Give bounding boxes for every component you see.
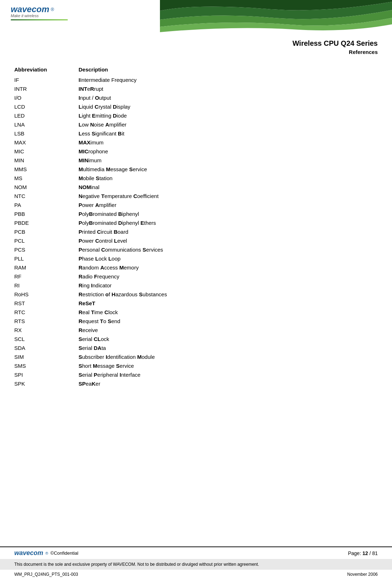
abbr-cell: MIN [14, 156, 79, 165]
table-row: SMSShort Message Service [14, 361, 378, 370]
desc-cell: Request To Send [79, 317, 378, 326]
footer-disclaimer: This document is the sole and exclusive … [0, 559, 392, 570]
table-row: NOMNOMinal [14, 183, 378, 192]
desc-cell: PolyBrominated Diphenyl Ethers [79, 218, 378, 227]
abbr-cell: RI [14, 281, 79, 290]
abbr-cell: RoHS [14, 290, 79, 299]
abbr-cell: LSB [14, 129, 79, 138]
table-row: PAPower Amplifier [14, 201, 378, 209]
desc-cell: PolyBrominated Biphenyl [79, 209, 378, 218]
desc-cell: Short Message Service [79, 361, 378, 370]
page-footer: wavecom ® ©Confidential Page: 12 / 81 Th… [0, 546, 392, 579]
table-row: SDASerial DAta [14, 343, 378, 352]
main-content: Abbreviation Description IFIIntermediate… [0, 55, 392, 388]
table-row: MINMINimum [14, 156, 378, 165]
table-row: NTCNegative Temperature Coefficient [14, 192, 378, 201]
table-row: SCLSerial CLock [14, 335, 378, 343]
abbr-cell: PLL [14, 254, 79, 263]
desc-cell: MICrophone [79, 147, 378, 156]
abbr-cell: MS [14, 174, 79, 183]
abbr-cell: RST [14, 299, 79, 308]
table-row: I/OInput / Output [14, 93, 378, 102]
abbr-cell: RAM [14, 263, 79, 272]
desc-cell: Printed Circuit Board [79, 227, 378, 236]
table-row: PLLPhase Lock Loop [14, 254, 378, 263]
table-row: SPISerial Peripheral Interface [14, 370, 378, 379]
footer-date: November 2006 [347, 572, 378, 577]
table-row: MSMobile Station [14, 174, 378, 183]
abbr-cell: SIM [14, 352, 79, 361]
desc-cell: INTeRrupt [79, 84, 378, 93]
abbr-cell: PCB [14, 227, 79, 236]
company-logo: wavecom ® Make it wireless [11, 4, 68, 20]
desc-cell: Personal Communications Services [79, 245, 378, 254]
abbr-cell: PCS [14, 245, 79, 254]
desc-cell: ReSeT [79, 299, 378, 308]
table-row: SIMSubscriber Identification Module [14, 352, 378, 361]
abbr-cell: RTS [14, 317, 79, 326]
table-row: RTSRequest To Send [14, 317, 378, 326]
abbr-cell: MIC [14, 147, 79, 156]
desc-cell: Serial CLock [79, 335, 378, 343]
table-row: INTRINTeRrupt [14, 84, 378, 93]
desc-cell: Power Amplifier [79, 201, 378, 209]
desc-cell: Subscriber Identification Module [79, 352, 378, 361]
abbr-cell: LNA [14, 120, 79, 129]
desc-cell: Light Emitting Diode [79, 111, 378, 120]
abbr-cell: PBDE [14, 218, 79, 227]
footer-bottom-bar: WM_PRJ_Q24NG_PTS_001-003 November 2006 [0, 570, 392, 579]
desc-cell: Low Noise Amplifier [79, 120, 378, 129]
abbr-cell: MAX [14, 138, 79, 147]
table-row: MAXMAXimum [14, 138, 378, 147]
abbr-cell: PBB [14, 209, 79, 218]
footer-top-bar: wavecom ® ©Confidential Page: 12 / 81 [0, 547, 392, 559]
abbr-cell: NTC [14, 192, 79, 201]
abbreviation-table: Abbreviation Description IFIIntermediate… [14, 66, 378, 388]
footer-page-number: Page: 12 / 81 [348, 550, 378, 556]
abbr-cell: SPI [14, 370, 79, 379]
desc-cell: Real Time Clock [79, 308, 378, 317]
abbr-cell: PCL [14, 236, 79, 245]
document-title-area: Wireless CPU Q24 Series References [0, 36, 392, 55]
abbr-cell: MMS [14, 165, 79, 174]
abbr-cell: SPK [14, 379, 79, 388]
abbr-cell: IF [14, 75, 79, 84]
desc-cell: Power Control Level [79, 236, 378, 245]
page-header: wavecom ® Make it wireless [0, 0, 392, 32]
document-section: References [14, 49, 378, 55]
table-row: RTCReal Time Clock [14, 308, 378, 317]
abbr-cell: NOM [14, 183, 79, 192]
footer-logo-area: wavecom ® ©Confidential [14, 549, 78, 557]
desc-cell: Input / Output [79, 93, 378, 102]
abbr-cell: SCL [14, 335, 79, 343]
desc-cell: Ring Indicator [79, 281, 378, 290]
table-row: RFRadio Frequency [14, 272, 378, 281]
desc-cell: Serial Peripheral Interface [79, 370, 378, 379]
desc-cell: Random Access Memory [79, 263, 378, 272]
desc-cell: NOMinal [79, 183, 378, 192]
desc-cell: Less Significant Bit [79, 129, 378, 138]
table-row: MICMICrophone [14, 147, 378, 156]
desc-cell: Receive [79, 326, 378, 335]
abbr-cell: SMS [14, 361, 79, 370]
desc-cell: Serial DAta [79, 343, 378, 352]
table-row: RSTReSeT [14, 299, 378, 308]
logo-text: wavecom [11, 4, 49, 14]
desc-cell: MINimum [79, 156, 378, 165]
table-row: MMSMultimedia Message Service [14, 165, 378, 174]
desc-cell: Multimedia Message Service [79, 165, 378, 174]
abbr-cell: INTR [14, 84, 79, 93]
desc-cell: Phase Lock Loop [79, 254, 378, 263]
desc-cell: Mobile Station [79, 174, 378, 183]
table-row: LEDLight Emitting Diode [14, 111, 378, 120]
table-row: PCLPower Control Level [14, 236, 378, 245]
table-row: PCBPrinted Circuit Board [14, 227, 378, 236]
abbr-cell: RTC [14, 308, 79, 317]
document-title: Wireless CPU Q24 Series [14, 39, 378, 48]
desc-cell: Liquid Crystal Display [79, 102, 378, 111]
table-row: LCDLiquid Crystal Display [14, 102, 378, 111]
table-row: SPKSPeaKer [14, 379, 378, 388]
abbr-cell: I/O [14, 93, 79, 102]
table-row: PCSPersonal Communications Services [14, 245, 378, 254]
footer-confidential: ©Confidential [50, 550, 78, 556]
